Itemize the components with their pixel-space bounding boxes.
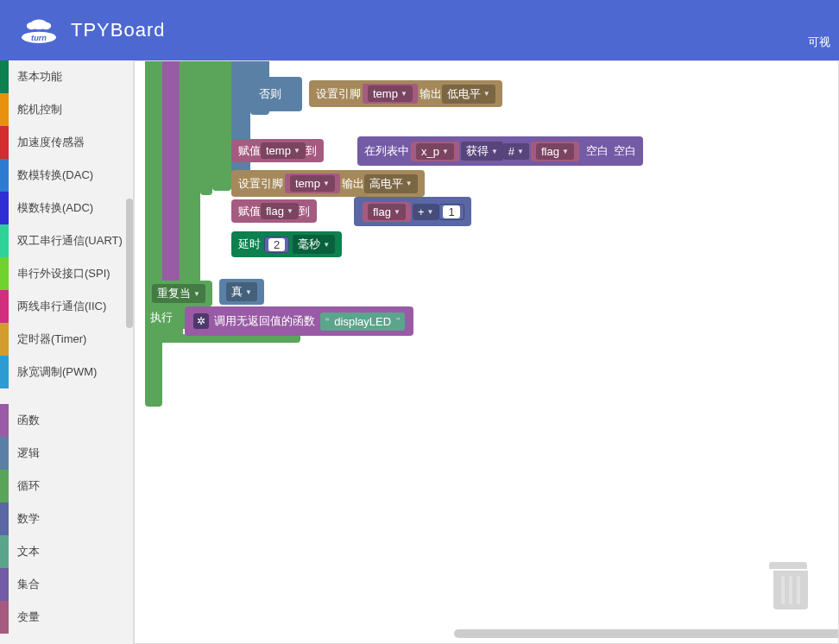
category-item[interactable]: 数学 bbox=[0, 502, 133, 535]
category-label: 数模转换(DAC) bbox=[17, 167, 93, 183]
workspace-h-scrollbar[interactable] bbox=[454, 629, 839, 638]
var-xp-dropdown[interactable]: x_p▼ bbox=[416, 143, 454, 160]
category-item[interactable]: 循环 bbox=[0, 470, 133, 502]
category-item[interactable]: 数模转换(DAC) bbox=[0, 159, 133, 192]
category-label: 集合 bbox=[17, 577, 40, 592]
category-label: 变量 bbox=[17, 609, 40, 625]
category-item[interactable]: 逻辑 bbox=[0, 437, 133, 470]
category-stripe bbox=[0, 126, 9, 159]
math-add-block[interactable]: flag▼ +▼ 1 bbox=[354, 197, 471, 226]
exec-label: 执行 bbox=[145, 306, 178, 329]
category-stripe bbox=[0, 257, 9, 290]
assign-flag-block[interactable]: 赋值 flag▼ 到 bbox=[231, 199, 317, 223]
gear-icon[interactable]: ✲ bbox=[197, 315, 205, 327]
block-workspace[interactable]: 否则 设置引脚 temp▼ 输出 低电平▼ 赋值 temp▼ bbox=[134, 60, 839, 644]
category-label: 文本 bbox=[17, 544, 40, 559]
category-stripe bbox=[0, 323, 9, 356]
level-low-dropdown[interactable]: 低电平▼ bbox=[442, 85, 495, 104]
category-stripe bbox=[0, 568, 9, 601]
var-flag-dropdown[interactable]: flag▼ bbox=[536, 143, 574, 160]
if-else-arm bbox=[231, 61, 250, 182]
category-item[interactable]: 基本功能 bbox=[0, 60, 133, 93]
category-item[interactable]: 变量 bbox=[0, 601, 133, 634]
delay-unit-dropdown[interactable]: 毫秒▼ bbox=[293, 235, 335, 254]
category-stripe bbox=[0, 502, 9, 535]
var-temp-dropdown[interactable]: temp▼ bbox=[368, 85, 413, 102]
category-item[interactable]: 脉宽调制(PWM) bbox=[0, 356, 133, 388]
category-label: 逻辑 bbox=[17, 445, 40, 461]
category-stripe bbox=[0, 535, 9, 568]
loop-inner-arm-2 bbox=[200, 61, 212, 195]
assign-var-flag[interactable]: flag▼ bbox=[261, 203, 299, 219]
list-get-block[interactable]: 在列表中 x_p▼ 获得▼ #▼ flag▼ 空白 bbox=[357, 136, 643, 166]
category-item[interactable]: 函数 bbox=[0, 404, 133, 437]
app-title: TPYBoard bbox=[71, 19, 166, 41]
header-right-label[interactable]: 可视 bbox=[808, 35, 830, 50]
level-high-dropdown[interactable]: 高电平▼ bbox=[364, 174, 418, 193]
sidebar-scrollbar[interactable] bbox=[126, 199, 133, 328]
category-item[interactable]: 集合 bbox=[0, 568, 133, 601]
loop-inner-arm-3 bbox=[212, 61, 231, 191]
num-1-input[interactable]: 1 bbox=[443, 205, 459, 218]
category-stripe bbox=[0, 601, 9, 634]
hash-dropdown[interactable]: #▼ bbox=[503, 143, 529, 160]
func-name-input[interactable]: displayLED bbox=[329, 314, 396, 329]
category-item[interactable]: 文本 bbox=[0, 535, 133, 568]
repeat-mode-dropdown[interactable]: 重复当▼ bbox=[152, 284, 205, 303]
assign-temp-block[interactable]: 赋值 temp▼ 到 bbox=[231, 139, 324, 162]
category-label: 定时器(Timer) bbox=[17, 331, 86, 347]
category-label: 串行外设接口(SPI) bbox=[17, 266, 110, 281]
else-label-block[interactable]: 否则 bbox=[250, 77, 302, 111]
category-stripe bbox=[0, 192, 9, 224]
category-stripe bbox=[0, 60, 9, 93]
set-pin-low-block[interactable]: 设置引脚 temp▼ 输出 低电平▼ bbox=[309, 80, 502, 107]
var-temp-dropdown-2[interactable]: temp▼ bbox=[290, 175, 335, 192]
category-label: 循环 bbox=[17, 478, 40, 494]
category-label: 舵机控制 bbox=[17, 102, 62, 117]
category-item[interactable]: 模数转换(ADC) bbox=[0, 192, 133, 224]
var-flag-dropdown-2[interactable]: flag▼ bbox=[368, 204, 406, 220]
category-stripe bbox=[0, 404, 9, 437]
category-sidebar: 基本功能舵机控制加速度传感器数模转换(DAC)模数转换(ADC)双工串行通信(U… bbox=[0, 60, 134, 644]
loop-outer-arm bbox=[145, 61, 162, 407]
call-function-block[interactable]: ✲ 调用无返回值的函数 “ displayLED ” bbox=[185, 306, 413, 336]
category-item[interactable]: 串行外设接口(SPI) bbox=[0, 257, 133, 290]
delay-value-input[interactable]: 2 bbox=[268, 238, 285, 251]
category-item[interactable]: 两线串行通信(IIC) bbox=[0, 290, 133, 323]
category-item[interactable]: 定时器(Timer) bbox=[0, 323, 133, 356]
svg-point-1 bbox=[27, 22, 37, 29]
assign-var-temp[interactable]: temp▼ bbox=[261, 142, 306, 159]
category-item[interactable]: 舵机控制 bbox=[0, 93, 133, 126]
category-stripe bbox=[0, 224, 9, 257]
logo-icon: turn bbox=[17, 13, 60, 47]
category-stripe bbox=[0, 93, 9, 126]
category-label: 脉宽调制(PWM) bbox=[17, 364, 97, 380]
get-dropdown[interactable]: 获得▼ bbox=[461, 142, 503, 161]
category-label: 函数 bbox=[17, 413, 40, 428]
app-header: turn TPYBoard 可视 bbox=[0, 0, 839, 60]
delay-block[interactable]: 延时 2 毫秒▼ bbox=[231, 231, 342, 257]
category-stripe bbox=[0, 470, 9, 502]
category-stripe bbox=[0, 159, 9, 192]
true-dropdown[interactable]: 真▼ bbox=[226, 282, 257, 301]
category-label: 数学 bbox=[17, 511, 40, 527]
category-stripe bbox=[0, 290, 9, 323]
plus-dropdown[interactable]: +▼ bbox=[413, 204, 439, 220]
category-label: 双工串行通信(UART) bbox=[17, 233, 123, 249]
category-item[interactable]: 双工串行通信(UART) bbox=[0, 224, 133, 257]
category-label: 模数转换(ADC) bbox=[17, 200, 93, 216]
trash-icon[interactable] bbox=[769, 565, 812, 613]
category-label: 两线串行通信(IIC) bbox=[17, 299, 106, 314]
set-pin-high-block[interactable]: 设置引脚 temp▼ 输出 高电平▼ bbox=[231, 170, 425, 197]
category-stripe bbox=[0, 356, 9, 388]
else-label: 否则 bbox=[259, 86, 281, 102]
svg-text:turn: turn bbox=[31, 34, 47, 42]
true-block[interactable]: 真▼ bbox=[219, 279, 264, 305]
category-item[interactable]: 加速度传感器 bbox=[0, 126, 133, 159]
svg-point-2 bbox=[41, 22, 52, 29]
category-label: 基本功能 bbox=[17, 69, 62, 85]
category-label: 加速度传感器 bbox=[17, 135, 85, 150]
category-stripe bbox=[0, 437, 9, 470]
